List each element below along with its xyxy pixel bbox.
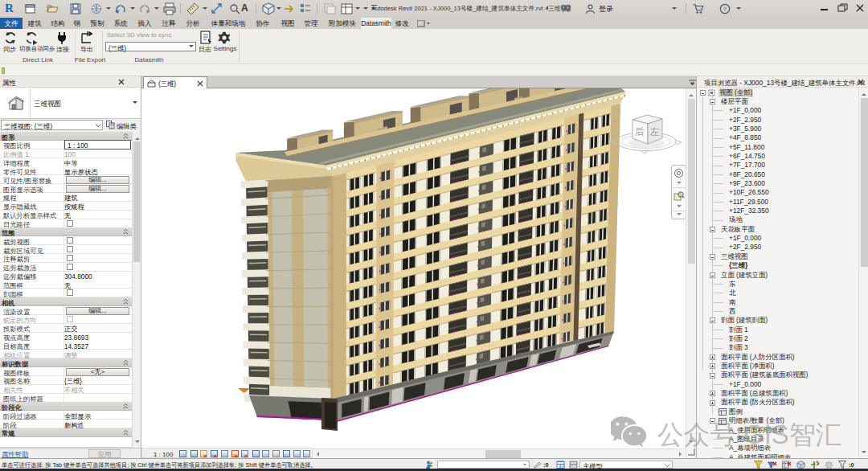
svg-text:?: ? [723, 6, 727, 13]
svg-text:左: 左 [649, 126, 660, 137]
svg-text:后: 后 [635, 126, 645, 137]
